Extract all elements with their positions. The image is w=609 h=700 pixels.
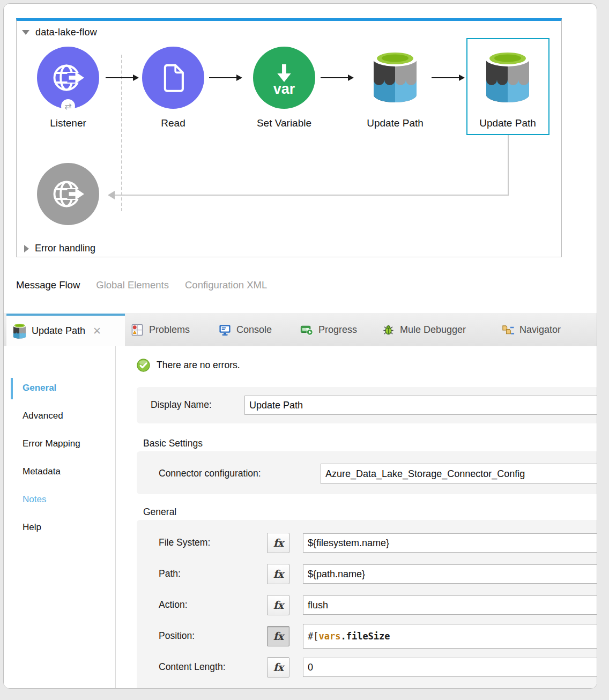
sidebar-item-notes[interactable]: Notes [23, 494, 46, 505]
display-name-input[interactable] [244, 396, 597, 415]
position-expression-input[interactable]: #[ vars .fileSize [303, 624, 597, 649]
sidebar-item-metadata[interactable]: Metadata [23, 466, 61, 477]
node-label: Update Path [459, 117, 556, 129]
expression-rest: .fileSize [340, 631, 390, 642]
node-label: Update Path [347, 117, 443, 129]
check-icon [137, 359, 150, 372]
fx-icon: fx [273, 599, 284, 612]
expression-var: vars [318, 631, 340, 642]
sidebar-selected-indicator [11, 378, 13, 399]
fx-toggle-button[interactable]: fx [267, 533, 289, 553]
tab-global-elements[interactable]: Global Elements [96, 279, 169, 291]
set-variable-icon: var [264, 57, 304, 98]
close-icon[interactable]: ✕ [93, 325, 101, 337]
position-label: Position: [159, 630, 195, 642]
tab-configuration-xml[interactable]: Configuration XML [185, 279, 267, 291]
problems-icon [131, 323, 144, 337]
basic-settings-heading: Basic Settings [143, 438, 203, 449]
basic-settings-panel: Connector configuration: [137, 451, 597, 494]
tab-mule-debugger[interactable]: Mule Debugger [382, 314, 466, 346]
fx-icon: fx [273, 568, 284, 580]
collapse-triangle-icon[interactable] [22, 30, 29, 35]
tab-console[interactable]: Console [218, 314, 272, 346]
sidebar-item-help[interactable]: Help [23, 522, 41, 533]
node-label: Read [125, 117, 221, 129]
expand-triangle-icon[interactable] [24, 245, 29, 252]
navigator-icon [501, 323, 515, 337]
flow-arrow [106, 77, 138, 78]
connector-config-label: Connector configuration: [159, 468, 261, 479]
adls-cylinder-icon [484, 49, 531, 105]
flow-node-set-variable[interactable]: var [253, 47, 315, 109]
studio-window: data-lake-flow ⇄ Listener Read [3, 3, 597, 689]
editor-view-tabs: Message Flow Global Elements Configurati… [16, 279, 267, 291]
general-panel: File System: fx Path: fx Action: fx Posi… [137, 520, 597, 689]
mule-debugger-icon [382, 323, 395, 337]
active-tab-label: Update Path [32, 325, 85, 337]
action-label: Action: [159, 599, 188, 610]
flow-header[interactable]: data-lake-flow [22, 27, 97, 38]
file-system-input[interactable] [303, 533, 597, 553]
path-input[interactable] [303, 564, 597, 584]
tab-label: Mule Debugger [400, 324, 466, 336]
flow-node-read[interactable] [142, 47, 204, 109]
content-length-input[interactable] [303, 658, 597, 677]
http-listener-gray-icon [49, 175, 87, 213]
sidebar-item-error-mapping[interactable]: Error Mapping [23, 438, 80, 449]
tab-navigator[interactable]: Navigator [501, 314, 561, 346]
flow-arrow [209, 77, 241, 78]
path-label: Path: [159, 568, 181, 579]
fx-icon: fx [273, 661, 284, 674]
tab-message-flow[interactable]: Message Flow [16, 279, 80, 291]
action-input[interactable] [303, 595, 597, 615]
fx-icon: fx [273, 630, 284, 643]
tab-label: Problems [149, 324, 190, 336]
error-handling-label: Error handling [35, 243, 95, 254]
progress-icon [300, 323, 314, 337]
validation-status: There are no errors. [137, 359, 240, 372]
http-listener-icon [49, 58, 87, 97]
tab-update-path[interactable]: Update Path ✕ [6, 314, 125, 346]
display-name-panel: Display Name: [137, 387, 597, 423]
error-handling-section[interactable]: Error handling [24, 243, 95, 254]
fx-toggle-button[interactable]: fx [267, 657, 289, 677]
adls-cylinder-icon [12, 323, 27, 339]
general-heading: General [143, 507, 176, 518]
tab-problems[interactable]: Problems [131, 314, 190, 346]
content-length-label: Content Length: [159, 661, 226, 673]
tab-label: Console [236, 324, 272, 336]
return-connection-vertical [508, 135, 509, 196]
node-label: Set Variable [236, 117, 332, 129]
var-text: var [273, 81, 295, 97]
return-connection-horizontal [113, 195, 509, 196]
flow-arrow [432, 77, 464, 78]
tab-progress[interactable]: Progress [300, 314, 357, 346]
tab-label: Progress [318, 324, 357, 336]
display-name-label: Display Name: [151, 399, 212, 411]
listener-exchange-badge: ⇄ [61, 99, 75, 113]
sidebar-divider [115, 346, 116, 689]
fx-toggle-button-active[interactable]: fx [267, 626, 289, 646]
adls-cylinder-icon [372, 49, 419, 105]
expression-prefix: #[ [308, 631, 318, 642]
flow-node-update-path-1[interactable] [372, 49, 419, 107]
node-label: Listener [20, 117, 116, 129]
flow-node-response-listener[interactable] [37, 163, 99, 225]
flow-title: data-lake-flow [35, 27, 97, 38]
console-icon [218, 323, 232, 337]
connector-config-combo[interactable] [321, 464, 597, 484]
fx-toggle-button[interactable]: fx [267, 564, 289, 584]
read-file-icon [155, 60, 191, 95]
fx-icon: fx [273, 537, 284, 549]
exchange-icon: ⇄ [64, 101, 71, 111]
fx-toggle-button[interactable]: fx [267, 595, 289, 615]
return-arrowhead-icon [108, 191, 115, 199]
sidebar-item-advanced[interactable]: Advanced [23, 411, 63, 421]
flow-node-update-path-2[interactable] [484, 49, 531, 107]
file-system-label: File System: [159, 537, 210, 548]
sidebar-item-general[interactable]: General [23, 383, 56, 393]
status-text: There are no errors. [157, 360, 240, 371]
tab-label: Navigator [519, 324, 561, 336]
flow-arrow [321, 77, 353, 78]
